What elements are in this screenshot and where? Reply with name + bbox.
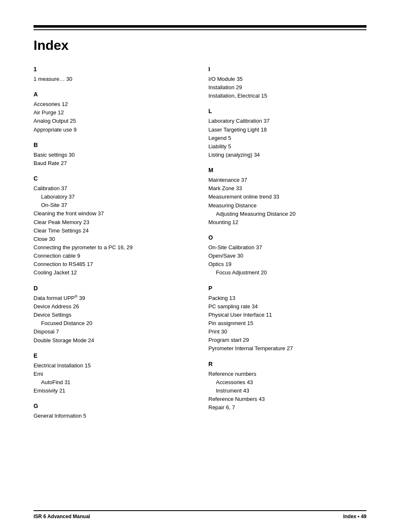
- index-entry: Pyrometer Internal Temperature 27: [208, 344, 366, 353]
- page-title: Index: [34, 38, 366, 53]
- index-entry: Connection to RS485 17: [34, 260, 192, 269]
- index-entry: Double Storage Mode 24: [34, 336, 192, 345]
- section-letter: E: [34, 352, 192, 359]
- section-entries: Electrical Installation 15EmiAutoFind 31…: [34, 362, 192, 395]
- section-entries: 1 measure… 30: [34, 75, 192, 83]
- index-section: GGeneral Information 5: [34, 403, 192, 420]
- index-section: BBasic settings 30Baud Rate 27: [34, 142, 192, 168]
- index-entry: General Information 5: [34, 412, 192, 420]
- index-entry: Air Purge 12: [34, 108, 192, 117]
- section-letter: L: [208, 108, 366, 114]
- index-entry: Connection cable 9: [34, 252, 192, 260]
- section-entries: Laboratory Calibration 37Laser Targeting…: [208, 117, 366, 159]
- page: Index 11 measure… 30AAccesories 12Air Pu…: [0, 0, 400, 532]
- index-entry: Connecting the pyrometer to a PC 16, 29: [34, 243, 192, 252]
- index-entry: Liability 5: [208, 142, 366, 151]
- index-entry: Analog Output 25: [34, 117, 192, 125]
- index-entry: Adjusting Measuring Distance 20: [208, 210, 366, 218]
- index-entry: Instrument 43: [208, 387, 366, 395]
- index-entry: Laboratory Calibration 37: [208, 117, 366, 125]
- index-entry: Mark Zone 33: [208, 184, 366, 193]
- index-entry: Physical User Interface 11: [208, 311, 366, 319]
- index-entry: Optics 19: [208, 260, 366, 269]
- index-entry: Calibration 37: [34, 184, 192, 193]
- index-section: PPacking 13PC sampling rate 34Physical U…: [208, 285, 366, 353]
- index-entry: On-Site Calibration 37: [208, 243, 366, 252]
- index-entry: Basic settings 30: [34, 151, 192, 159]
- index-entry: Reference Numbers 43: [208, 395, 366, 403]
- section-letter: 1: [34, 66, 192, 72]
- index-entry: Measuring Distance: [208, 201, 366, 210]
- index-section: EElectrical Installation 15EmiAutoFind 3…: [34, 352, 192, 395]
- index-entry: AutoFind 31: [34, 378, 192, 387]
- index-entry: Clear Peak Memory 23: [34, 218, 192, 227]
- index-entry: Laser Targeting Light 18: [208, 126, 366, 134]
- section-entries: Data format UPP® 39Device Address 26Devi…: [34, 294, 192, 345]
- index-entry: Device Settings: [34, 311, 192, 319]
- section-entries: Maintenance 37Mark Zone 33Measurement on…: [208, 176, 366, 227]
- index-section: AAccesories 12Air Purge 12Analog Output …: [34, 91, 192, 134]
- section-entries: Reference numbersAccessories 43Instrumen…: [208, 370, 366, 412]
- index-entry: Baud Rate 27: [34, 159, 192, 168]
- index-entry: Focus Adjustment 20: [208, 269, 366, 277]
- index-entry: Packing 13: [208, 294, 366, 302]
- index-entry: Cleaning the front window 37: [34, 209, 192, 218]
- index-entry: Listing (analyzing) 34: [208, 151, 366, 159]
- index-entry: Installation 29: [208, 83, 366, 92]
- index-entry: Print 30: [208, 328, 366, 336]
- index-entry: Cooling Jacket 12: [34, 269, 192, 277]
- section-entries: I/O Module 35Installation 29Installation…: [208, 75, 366, 100]
- index-entry: Device Address 26: [34, 302, 192, 311]
- index-section: 11 measure… 30: [34, 66, 192, 83]
- section-letter: A: [34, 91, 192, 98]
- section-letter: M: [208, 167, 366, 173]
- section-entries: Basic settings 30Baud Rate 27: [34, 151, 192, 168]
- index-entry: PC sampling rate 34: [208, 302, 366, 311]
- index-entry: Program start 29: [208, 336, 366, 344]
- index-entry: Appropriate use 9: [34, 126, 192, 134]
- footer-right: Index • 49: [343, 514, 366, 519]
- index-section: DData format UPP® 39Device Address 26Dev…: [34, 285, 192, 345]
- section-letter: C: [34, 175, 192, 182]
- index-entry: Emi: [34, 370, 192, 378]
- section-letter: R: [208, 361, 366, 367]
- index-entry: Laboratory 37: [34, 193, 192, 201]
- index-section: II/O Module 35Installation 29Installatio…: [208, 66, 366, 100]
- index-columns: 11 measure… 30AAccesories 12Air Purge 12…: [34, 66, 366, 428]
- section-entries: Packing 13PC sampling rate 34Physical Us…: [208, 294, 366, 353]
- right-column: II/O Module 35Installation 29Installatio…: [208, 66, 366, 428]
- left-column: 11 measure… 30AAccesories 12Air Purge 12…: [34, 66, 192, 428]
- index-section: LLaboratory Calibration 37Laser Targetin…: [208, 108, 366, 159]
- index-entry: Accessories 43: [208, 378, 366, 387]
- section-entries: Calibration 37Laboratory 37On-Site 37Cle…: [34, 184, 192, 277]
- index-entry: Pin assignment 15: [208, 319, 366, 328]
- index-entry: Open/Save 30: [208, 252, 366, 260]
- index-entry: Measurement online trend 33: [208, 193, 366, 201]
- index-entry: Clear Time Settings 24: [34, 227, 192, 235]
- section-entries: On-Site Calibration 37Open/Save 30Optics…: [208, 243, 366, 277]
- index-section: RReference numbersAccessories 43Instrume…: [208, 361, 366, 412]
- section-entries: General Information 5: [34, 412, 192, 420]
- index-entry: Maintenance 37: [208, 176, 366, 184]
- section-letter: D: [34, 285, 192, 292]
- index-section: OOn-Site Calibration 37Open/Save 30Optic…: [208, 234, 366, 277]
- index-entry: Electrical Installation 15: [34, 362, 192, 370]
- index-entry: Repair 6, 7: [208, 403, 366, 412]
- index-entry: I/O Module 35: [208, 75, 366, 83]
- index-entry: Reference numbers: [208, 370, 366, 378]
- index-entry: Accesories 12: [34, 100, 192, 108]
- top-rule: [34, 25, 366, 28]
- index-entry: Emissivity 21: [34, 387, 192, 395]
- section-letter: G: [34, 403, 192, 409]
- index-section: CCalibration 37Laboratory 37On-Site 37Cl…: [34, 175, 192, 277]
- second-rule: [34, 29, 366, 30]
- index-entry: Focused Distance 20: [34, 319, 192, 328]
- index-entry: 1 measure… 30: [34, 75, 192, 83]
- index-entry: Disposal 7: [34, 328, 192, 336]
- index-entry: Close 30: [34, 235, 192, 243]
- index-entry: On-Site 37: [34, 201, 192, 209]
- index-entry: Legend 5: [208, 134, 366, 142]
- footer-left: ISR 6 Advanced Manual: [34, 514, 90, 519]
- section-letter: O: [208, 234, 366, 241]
- section-letter: B: [34, 142, 192, 148]
